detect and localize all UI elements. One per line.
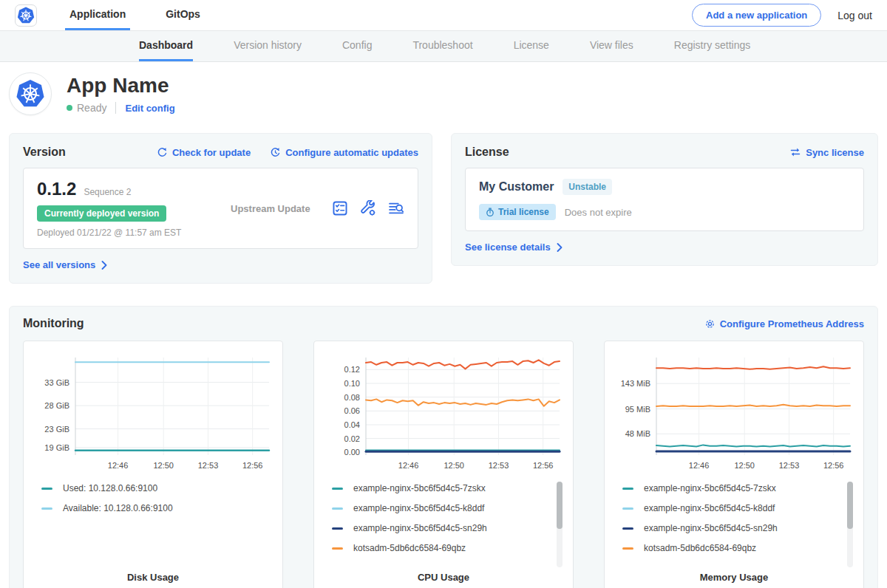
customer-name: My Customer — [479, 180, 554, 194]
legend-label: kotsadm-5db6dc6584-69qbz — [353, 543, 466, 553]
svg-text:0.06: 0.06 — [344, 406, 360, 415]
legend-scrollbar[interactable] — [557, 482, 563, 567]
memory-usage-legend: example-nginx-5bc6f5d4c5-7zskxexample-ng… — [614, 483, 854, 567]
top-nav: Application GitOps Add a new application… — [0, 0, 887, 31]
view-logs-icon[interactable] — [388, 200, 404, 216]
edit-config-wrench-icon[interactable] — [360, 200, 376, 216]
preflight-checklist-icon[interactable] — [332, 200, 348, 216]
legend-item: example-nginx-5bc6f5d4c5-7zskx — [332, 483, 564, 493]
legend-item: example-nginx-5bc6f5d4c5-k8ddf — [622, 503, 854, 513]
chevron-right-icon — [101, 261, 107, 270]
legend-label: example-nginx-5bc6f5d4c5-7zskx — [644, 483, 776, 493]
tab-registry-settings[interactable]: Registry settings — [674, 31, 750, 61]
legend-label: Used: 10.128.0.66:9100 — [63, 483, 157, 493]
tab-gitops-label: GitOps — [166, 8, 200, 20]
svg-text:0.00: 0.00 — [344, 448, 360, 457]
disk-usage-chart-title: Disk Usage — [33, 567, 273, 586]
version-card-title: Version — [23, 146, 66, 159]
gear-icon — [704, 318, 716, 329]
svg-text:0.04: 0.04 — [344, 420, 360, 429]
license-card-title: License — [465, 146, 509, 159]
kubernetes-logo[interactable] — [15, 4, 37, 27]
license-type-badge: Trial license — [479, 204, 556, 220]
see-all-versions-link[interactable]: See all versions — [23, 259, 107, 270]
legend-color-dash — [622, 527, 633, 530]
update-type-label: Upstream Update — [222, 203, 332, 214]
sync-arrows-icon — [789, 147, 801, 157]
svg-text:0.10: 0.10 — [344, 379, 360, 388]
svg-text:12:50: 12:50 — [734, 461, 755, 470]
configure-automatic-updates-link[interactable]: Configure automatic updates — [270, 147, 418, 158]
tab-license[interactable]: License — [514, 31, 549, 61]
svg-text:12:56: 12:56 — [823, 461, 844, 470]
check-for-update-label: Check for update — [172, 147, 251, 158]
tab-registry-settings-label: Registry settings — [674, 39, 750, 51]
tab-view-files[interactable]: View files — [590, 31, 633, 61]
clock-refresh-icon — [270, 147, 281, 158]
app-subnav: Dashboard Version history Config Trouble… — [0, 31, 887, 62]
tab-config[interactable]: Config — [342, 31, 372, 61]
cpu-usage-chart-card: 0.120.100.080.060.040.020.0012:4612:5012… — [313, 341, 574, 588]
cpu-usage-legend: example-nginx-5bc6f5d4c5-7zskxexample-ng… — [323, 483, 564, 567]
add-new-application-button[interactable]: Add a new application — [692, 4, 821, 27]
deployed-timestamp: Deployed 01/21/22 @ 11:57 am EST — [37, 228, 222, 238]
memory-usage-chart-card: 143 MiB95 MiB48 MiB12:4612:5012:5312:56 … — [604, 341, 864, 588]
sync-license-link[interactable]: Sync license — [789, 147, 864, 158]
stopwatch-icon — [486, 208, 495, 217]
legend-color-dash — [332, 527, 343, 530]
tab-dashboard-label: Dashboard — [139, 39, 193, 51]
current-version-panel: 0.1.2 Sequence 2 Currently deployed vers… — [23, 168, 418, 249]
legend-scrollbar-thumb[interactable] — [847, 482, 853, 529]
legend-item: Available: 10.128.0.66:9100 — [41, 503, 273, 513]
tab-config-label: Config — [342, 39, 372, 51]
refresh-icon — [157, 147, 168, 158]
svg-text:12:46: 12:46 — [398, 461, 419, 470]
check-for-update-link[interactable]: Check for update — [157, 147, 251, 158]
svg-text:33 GiB: 33 GiB — [44, 378, 69, 387]
svg-text:12:53: 12:53 — [489, 461, 509, 470]
edit-config-link[interactable]: Edit config — [125, 103, 174, 114]
cpu-usage-chart: 0.120.100.080.060.040.020.0012:4612:5012… — [323, 350, 565, 474]
svg-text:12:46: 12:46 — [108, 461, 129, 470]
svg-text:0.12: 0.12 — [344, 365, 360, 374]
tab-version-history[interactable]: Version history — [234, 31, 302, 61]
chevron-right-icon — [557, 243, 563, 252]
svg-text:12:56: 12:56 — [242, 461, 263, 470]
channel-badge: Unstable — [563, 179, 612, 195]
license-expiry: Does not expire — [565, 207, 632, 218]
legend-color-dash — [332, 488, 343, 490]
tab-troubleshoot[interactable]: Troubleshoot — [412, 31, 472, 61]
status-text: Ready — [77, 102, 106, 114]
logout-link[interactable]: Log out — [837, 10, 872, 21]
divider — [115, 102, 116, 114]
legend-scrollbar[interactable] — [847, 482, 853, 567]
legend-item: kotsadm-5db6dc6584-69qbz — [622, 543, 854, 553]
see-license-details-link[interactable]: See license details — [465, 242, 563, 253]
svg-text:12:53: 12:53 — [779, 461, 800, 470]
license-type-label: Trial license — [498, 207, 549, 217]
legend-color-dash — [622, 547, 633, 550]
svg-text:143 MiB: 143 MiB — [621, 379, 650, 388]
legend-label: example-nginx-5bc6f5d4c5-sn29h — [644, 523, 778, 533]
svg-text:12:50: 12:50 — [444, 461, 464, 470]
svg-text:28 GiB: 28 GiB — [44, 401, 69, 410]
legend-color-dash — [332, 507, 343, 510]
version-card: Version Check for update Configure autom… — [9, 133, 432, 284]
legend-item: example-nginx-5bc6f5d4c5-7zskx — [622, 483, 854, 493]
kubernetes-app-icon — [16, 79, 45, 109]
svg-text:48 MiB: 48 MiB — [625, 429, 650, 438]
tab-gitops[interactable]: GitOps — [161, 0, 205, 30]
legend-scrollbar-thumb[interactable] — [557, 482, 563, 529]
svg-text:0.08: 0.08 — [344, 393, 360, 402]
configure-prometheus-link[interactable]: Configure Prometheus Address — [704, 318, 864, 329]
monitoring-title: Monitoring — [23, 317, 84, 330]
configure-automatic-updates-label: Configure automatic updates — [285, 147, 418, 158]
tab-application[interactable]: Application — [65, 0, 130, 30]
legend-item: Used: 10.128.0.66:9100 — [41, 483, 273, 493]
disk-usage-chart-card: 33 GiB28 GiB23 GiB19 GiB12:4612:5012:531… — [23, 341, 283, 588]
sync-license-label: Sync license — [806, 147, 864, 158]
deployed-version-badge: Currently deployed version — [37, 205, 166, 222]
legend-label: Available: 10.128.0.66:9100 — [63, 503, 173, 513]
svg-text:0.02: 0.02 — [344, 434, 360, 443]
tab-dashboard[interactable]: Dashboard — [139, 31, 193, 61]
